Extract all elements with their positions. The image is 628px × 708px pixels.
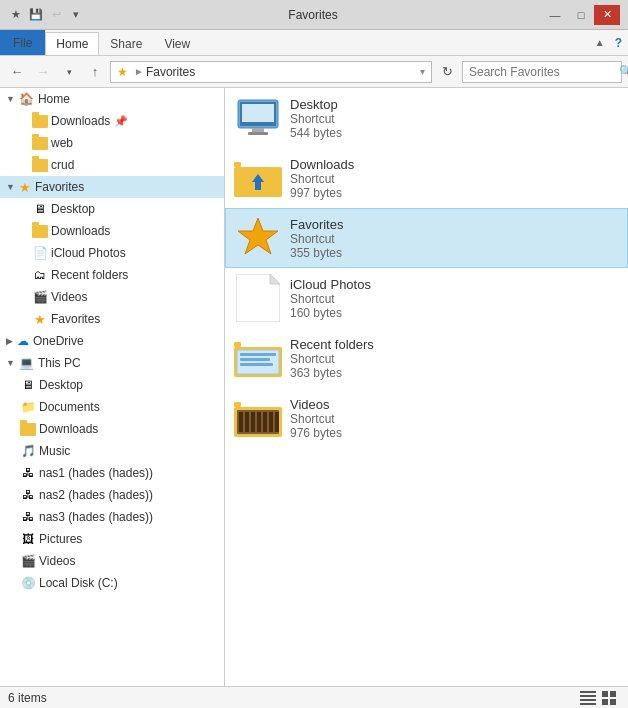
file-name-downloads: Downloads (290, 157, 354, 172)
ribbon-tabs: File Home Share View (0, 30, 591, 55)
downloads-thumb-svg (234, 154, 282, 202)
search-input[interactable] (469, 65, 619, 79)
file-item-icloud[interactable]: iCloud Photos Shortcut 160 bytes (225, 268, 628, 328)
sidebar-item-fav-icloud[interactable]: 📄 iCloud Photos (0, 242, 224, 264)
path-separator: ► (134, 66, 144, 77)
file-item-recent[interactable]: Recent folders Shortcut 363 bytes (225, 328, 628, 388)
tab-share[interactable]: Share (99, 32, 153, 55)
svg-rect-2 (252, 128, 264, 132)
tab-file[interactable]: File (0, 30, 45, 55)
file-type-videos: Shortcut (290, 412, 342, 426)
search-box[interactable]: 🔍 (462, 61, 622, 83)
svg-marker-10 (270, 274, 280, 284)
svg-rect-11 (234, 342, 241, 347)
sidebar-item-fav-favorites[interactable]: ★ Favorites (0, 308, 224, 330)
sidebar-item-pc-local[interactable]: 💿 Local Disk (C:) (0, 572, 224, 594)
fav-recent-icon: 🗂 (32, 267, 48, 283)
tab-view[interactable]: View (153, 32, 201, 55)
ribbon-collapse-icon[interactable]: ▲ (591, 35, 609, 50)
forward-button[interactable]: → (32, 61, 54, 83)
svg-rect-4 (242, 104, 274, 122)
sidebar-item-fav-recent[interactable]: 🗂 Recent folders (0, 264, 224, 286)
svg-rect-28 (580, 695, 596, 697)
svg-rect-21 (245, 412, 249, 432)
sidebar-pc-docs-label: Documents (39, 400, 100, 414)
quick-access-dropdown[interactable]: ▾ (68, 7, 84, 23)
sidebar-item-pc-docs[interactable]: 📁 Documents (0, 396, 224, 418)
file-type-desktop: Shortcut (290, 112, 342, 126)
details-view-button[interactable] (578, 690, 598, 706)
back-button[interactable]: ← (6, 61, 28, 83)
tab-home[interactable]: Home (45, 32, 99, 55)
quick-access-save[interactable]: 💾 (28, 7, 44, 23)
file-name-icloud: iCloud Photos (290, 277, 371, 292)
sidebar-section-home[interactable]: ▼ 🏠 Home (0, 88, 224, 110)
minimize-button[interactable]: — (542, 5, 568, 25)
sidebar-fav-videos-label: Videos (51, 290, 87, 304)
ribbon-help-icon[interactable]: ? (615, 36, 622, 50)
sidebar-item-pc-videos[interactable]: 🎬 Videos (0, 550, 224, 572)
sidebar-fav-favorites-label: Favorites (51, 312, 100, 326)
svg-rect-33 (602, 699, 608, 705)
path-dropdown-icon[interactable]: ▾ (420, 66, 425, 77)
sidebar-pc-desktop-label: Desktop (39, 378, 83, 392)
sidebar-item-pc-nas1[interactable]: 🖧 nas1 (hades (hades)) (0, 462, 224, 484)
status-bar: 6 items (0, 686, 628, 708)
tiles-view-button[interactable] (600, 690, 620, 706)
sidebar-fav-icloud-label: iCloud Photos (51, 246, 126, 260)
fav-downloads-icon (32, 223, 48, 239)
sidebar-item-fav-desktop[interactable]: 🖥 Desktop (0, 198, 224, 220)
sidebar-item-pc-music[interactable]: 🎵 Music (0, 440, 224, 462)
videos-thumb-svg (234, 394, 282, 442)
sidebar-item-fav-videos[interactable]: 🎬 Videos (0, 286, 224, 308)
pc-nas2-icon: 🖧 (20, 487, 36, 503)
file-item-desktop[interactable]: Desktop Shortcut 544 bytes (225, 88, 628, 148)
sidebar-section-onedrive[interactable]: ▶ ☁ OneDrive (0, 330, 224, 352)
sidebar-item-pc-nas3[interactable]: 🖧 nas3 (hades (hades)) (0, 506, 224, 528)
svg-rect-26 (275, 412, 279, 432)
svg-rect-17 (234, 402, 241, 407)
pc-pictures-icon: 🖼 (20, 531, 36, 547)
sidebar-pc-music-label: Music (39, 444, 70, 458)
title-bar: ★ 💾 ↩ ▾ Favorites — □ ✕ (0, 0, 628, 30)
fav-favorites-icon: ★ (32, 311, 48, 327)
sidebar-section-favorites[interactable]: ▼ ★ Favorites (0, 176, 224, 198)
file-thumb-videos (234, 394, 282, 442)
maximize-button[interactable]: □ (568, 5, 594, 25)
file-size-downloads: 997 bytes (290, 186, 354, 200)
file-item-favorites[interactable]: Favorites Shortcut 355 bytes (225, 208, 628, 268)
sidebar-item-downloads[interactable]: Downloads 📌 (0, 110, 224, 132)
svg-rect-5 (234, 162, 241, 167)
svg-rect-22 (251, 412, 255, 432)
dropdown-recent-button[interactable]: ▾ (58, 61, 80, 83)
sidebar-item-fav-downloads[interactable]: Downloads (0, 220, 224, 242)
pc-docs-icon: 📁 (20, 399, 36, 415)
file-item-videos[interactable]: Videos Shortcut 976 bytes (225, 388, 628, 448)
sidebar-pc-downloads-label: Downloads (39, 422, 98, 436)
file-size-favorites: 355 bytes (290, 246, 343, 260)
file-type-downloads: Shortcut (290, 172, 354, 186)
home-expand-icon: ▼ (6, 94, 15, 104)
sidebar-item-pc-nas2[interactable]: 🖧 nas2 (hades (hades)) (0, 484, 224, 506)
sidebar-onedrive-label: OneDrive (33, 334, 84, 348)
up-button[interactable]: ↑ (84, 61, 106, 83)
sidebar-item-web[interactable]: web (0, 132, 224, 154)
sidebar-item-pc-desktop[interactable]: 🖥 Desktop (0, 374, 224, 396)
sidebar-item-pc-downloads[interactable]: Downloads (0, 418, 224, 440)
svg-rect-23 (257, 412, 261, 432)
close-button[interactable]: ✕ (594, 5, 620, 25)
onedrive-icon: ☁ (17, 334, 29, 348)
sidebar-pc-nas2-label: nas2 (hades (hades)) (39, 488, 153, 502)
sidebar-pc-nas3-label: nas3 (hades (hades)) (39, 510, 153, 524)
refresh-button[interactable]: ↻ (436, 61, 458, 83)
sidebar-item-crud[interactable]: crud (0, 154, 224, 176)
sidebar-section-thispc[interactable]: ▼ 💻 This PC (0, 352, 224, 374)
icloud-thumb-svg (236, 274, 280, 322)
file-thumb-icloud (234, 274, 282, 322)
file-item-downloads[interactable]: Downloads Shortcut 997 bytes (225, 148, 628, 208)
sidebar-fav-desktop-label: Desktop (51, 202, 95, 216)
file-info-favorites: Favorites Shortcut 355 bytes (290, 217, 343, 260)
thispc-icon: 💻 (19, 356, 34, 370)
sidebar-item-pc-pictures[interactable]: 🖼 Pictures (0, 528, 224, 550)
address-path[interactable]: ★ ► Favorites ▾ (110, 61, 432, 83)
